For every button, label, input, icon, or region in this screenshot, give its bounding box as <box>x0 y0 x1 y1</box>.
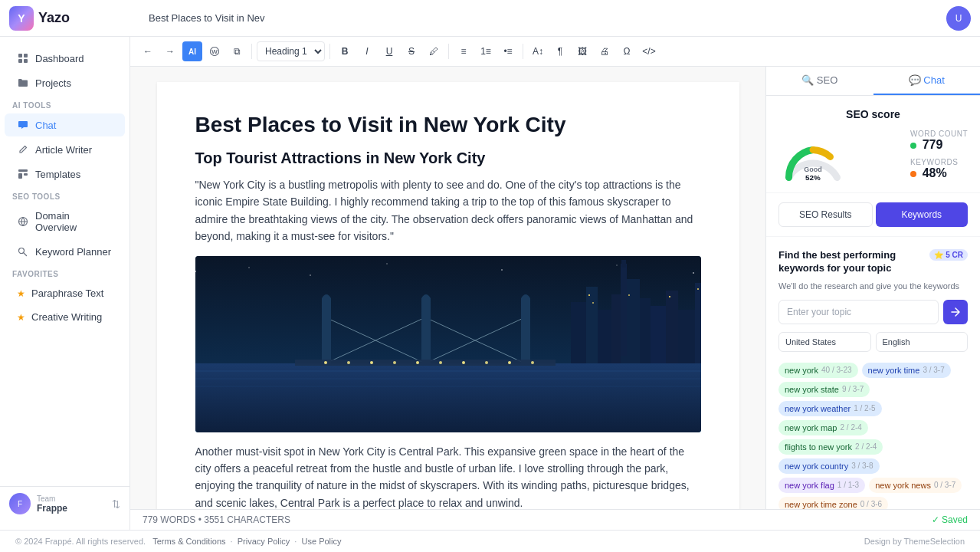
svg-rect-25 <box>521 298 530 367</box>
print-button[interactable]: 🖨 <box>595 41 615 61</box>
format-button[interactable]: ¶ <box>550 41 570 61</box>
globe-icon <box>17 215 29 228</box>
keyword-tag[interactable]: new york weather 1 / 2-5 <box>778 401 882 416</box>
editor-paper: Best Places to Visit in New York City To… <box>157 82 739 509</box>
footer-left: © 2024 Frappé. All rights reserved. Term… <box>15 537 342 546</box>
user-role: Team <box>37 495 106 503</box>
tab-seo[interactable]: 🔍 SEO <box>766 67 873 95</box>
svg-rect-31 <box>640 298 651 363</box>
svg-point-53 <box>347 361 350 364</box>
ai-button[interactable]: AI <box>182 41 202 61</box>
svg-rect-33 <box>666 291 678 363</box>
sidebar-item-keyword-planner[interactable]: Keyword Planner <box>5 240 125 263</box>
font-size-button[interactable]: A↕ <box>528 41 548 61</box>
language-select[interactable]: English Spanish French <box>876 332 969 352</box>
list-ordered-button[interactable]: 1≡ <box>476 41 496 61</box>
tab-chat-label: Chat <box>923 74 944 86</box>
sidebar-item-chat[interactable]: Chat <box>5 113 125 136</box>
svg-rect-41 <box>628 294 630 296</box>
highlight-button[interactable]: 🖊 <box>424 41 444 61</box>
svg-point-52 <box>324 361 327 364</box>
saved-status: ✓ Saved <box>932 514 968 525</box>
keyword-tag[interactable]: new york map 2 / 2-4 <box>778 420 868 435</box>
sidebar-item-domain-overview[interactable]: Domain Overview <box>5 205 125 238</box>
sidebar-item-dashboard[interactable]: Dashboard <box>5 47 125 70</box>
logo: Y Yazo <box>9 6 139 31</box>
underline-button[interactable]: U <box>379 41 399 61</box>
document-heading: Best Places to Visit in New York City <box>195 113 701 137</box>
italic-button[interactable]: I <box>357 41 377 61</box>
ai-tools-label: AI TOOLS <box>0 95 129 113</box>
sidebar-item-label: Paraphrase Text <box>31 288 103 299</box>
list-unordered-button[interactable]: •≡ <box>498 41 518 61</box>
keyword-tag[interactable]: new york flag 1 / 1-3 <box>778 478 865 493</box>
svg-rect-46 <box>621 260 626 268</box>
keyword-tag[interactable]: new york time 3 / 3-7 <box>862 363 951 378</box>
privacy-link[interactable]: Privacy Policy <box>238 537 290 546</box>
document-title: Best Places to Visit in Nev <box>149 12 937 24</box>
keyword-stat: 0 / 3-6 <box>860 500 882 508</box>
keyword-tag[interactable]: new york time zone 0 / 3-6 <box>778 497 888 509</box>
use-policy-link[interactable]: Use Policy <box>302 537 342 546</box>
keywords-dot <box>910 171 916 177</box>
keyword-tag[interactable]: new york state 9 / 3-7 <box>778 382 870 397</box>
heading-select[interactable]: Heading 1 Heading 2 Normal <box>257 41 325 61</box>
page-footer: © 2024 Frappé. All rights reserved. Term… <box>0 530 980 552</box>
user-name: Frappe <box>37 503 106 514</box>
star-icon-small: ⭐ <box>934 251 943 259</box>
wordpress-button[interactable]: W <box>205 41 225 61</box>
strikethrough-button[interactable]: S <box>402 41 421 61</box>
svg-rect-6 <box>24 173 28 176</box>
topic-search-button[interactable] <box>943 300 968 324</box>
expand-icon[interactable]: ⇅ <box>112 498 120 510</box>
keyword-stat: 9 / 3-7 <box>842 385 864 393</box>
sidebar-item-projects[interactable]: Projects <box>5 71 125 94</box>
redo-button[interactable]: → <box>160 41 180 61</box>
sidebar-item-paraphrase[interactable]: ★ Paraphrase Text <box>5 282 125 304</box>
svg-rect-24 <box>421 298 431 367</box>
sidebar: Dashboard Projects AI TOOLS Chat Article… <box>0 37 130 530</box>
sidebar-item-article-writer[interactable]: Article Writer <box>5 138 125 161</box>
tab-chat[interactable]: 💬 Chat <box>873 67 981 95</box>
svg-rect-0 <box>18 54 22 58</box>
sidebar-item-label: Dashboard <box>35 53 84 64</box>
favorites-label: FAVORITES <box>0 264 129 281</box>
content-area: ← → AI W ⧉ Heading 1 Heading 2 Normal B … <box>130 37 980 530</box>
code-button[interactable]: </> <box>639 41 659 61</box>
svg-point-57 <box>439 361 442 364</box>
user-avatar[interactable]: U <box>946 6 971 31</box>
keyword-stat: 2 / 2-4 <box>855 442 877 451</box>
seo-results-button[interactable]: SEO Results <box>778 202 873 227</box>
copy-button[interactable]: ⧉ <box>227 41 247 61</box>
keyword-tag[interactable]: new york news 0 / 3-7 <box>869 478 962 493</box>
keyword-stat: 40 / 3-23 <box>821 366 851 374</box>
sidebar-item-creative-writing[interactable]: ★ Creative Writing <box>5 306 125 328</box>
svg-text:52%: 52% <box>805 173 821 182</box>
svg-rect-32 <box>651 306 666 363</box>
svg-rect-29 <box>611 294 621 363</box>
editor-image <box>195 256 701 432</box>
svg-point-17 <box>616 264 618 266</box>
keyword-tag[interactable]: new york 40 / 3-23 <box>778 363 858 378</box>
keyword-tag[interactable]: flights to new york 2 / 2-4 <box>778 439 883 455</box>
svg-rect-42 <box>669 296 670 297</box>
svg-rect-38 <box>588 294 590 296</box>
main-layout: Dashboard Projects AI TOOLS Chat Article… <box>0 37 980 530</box>
image-button[interactable]: 🖼 <box>572 41 592 61</box>
star-icon: ★ <box>17 312 25 323</box>
undo-button[interactable]: ← <box>138 41 158 61</box>
align-button[interactable]: ≡ <box>454 41 474 61</box>
keyword-tag[interactable]: new york country 3 / 3-8 <box>778 458 880 474</box>
keywords-label: KEYWORDS <box>910 158 968 166</box>
country-select[interactable]: United States United Kingdom Canada <box>778 332 871 352</box>
topic-input[interactable] <box>778 300 939 324</box>
sidebar-item-label: Keyword Planner <box>35 246 111 258</box>
editor-container[interactable]: Best Places to Visit in New York City To… <box>130 67 765 509</box>
terms-link[interactable]: Terms & Conditions <box>152 537 225 546</box>
bold-button[interactable]: B <box>335 41 355 61</box>
special-char-button[interactable]: Ω <box>617 41 637 61</box>
sidebar-item-templates[interactable]: Templates <box>5 163 125 186</box>
sidebar-user-section: F Team Frappe ⇅ <box>0 486 129 521</box>
seo-keywords-button[interactable]: Keywords <box>876 202 969 227</box>
word-count-stat: WORD COUNT 779 <box>910 130 968 152</box>
